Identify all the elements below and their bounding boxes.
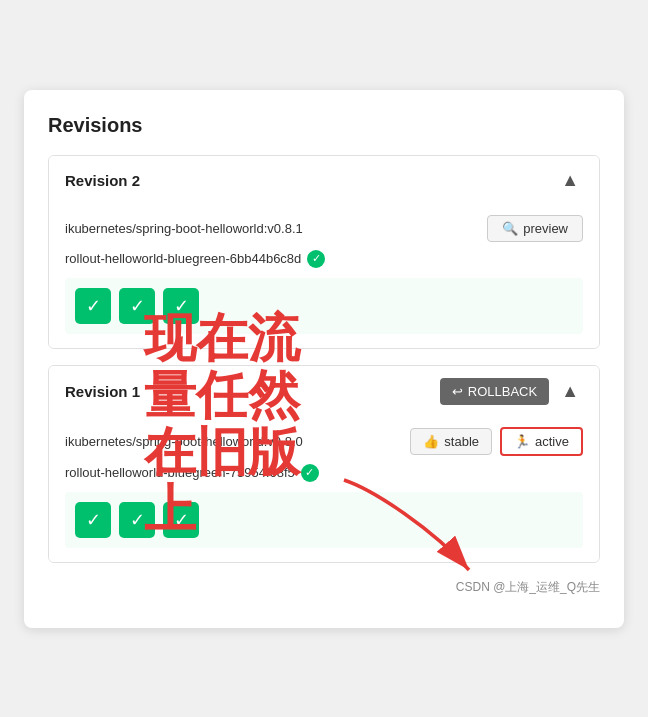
active-label: active [535,434,569,449]
revision-2-image-row: ikubernetes/spring-boot-helloworld:v0.8.… [65,215,583,242]
revision-2-rollout-name: rollout-helloworld-bluegreen-6bb44b6c8d [65,251,301,266]
revision-1-checkbox-1: ✓ [75,502,111,538]
revision-1-rollout-name: rollout-helloworld-bluegreen-75954f68f5 [65,465,295,480]
revision-1-body: ikubernetes/spring-boot-helloworld:v0.8.… [49,417,599,562]
revision-1-checkboxes: ✓ ✓ ✓ [65,492,583,548]
revision-1-rollout-row: rollout-helloworld-bluegreen-75954f68f5 … [65,464,583,482]
search-icon: 🔍 [502,221,518,236]
revision-2-header: Revision 2 ▲ [49,156,599,205]
rollback-label: ROLLBACK [468,384,537,399]
revision-1-chevron[interactable]: ▲ [557,379,583,404]
revisions-card: Revisions Revision 2 ▲ ikubernetes/sprin… [24,90,624,628]
revision-2-title: Revision 2 [65,172,140,189]
revision-1-title: Revision 1 [65,383,140,400]
revision-1-block: Revision 1 ↩ ROLLBACK ▲ ikubernetes/spri… [48,365,600,563]
revision-2-actions: ▲ [557,168,583,193]
running-icon: 🏃 [514,434,530,449]
revision-2-checkbox-2: ✓ [119,288,155,324]
revision-2-body: ikubernetes/spring-boot-helloworld:v0.8.… [49,205,599,348]
revision-2-checkboxes: ✓ ✓ ✓ [65,278,583,334]
stable-label: stable [444,434,479,449]
revision-1-header: Revision 1 ↩ ROLLBACK ▲ [49,366,599,417]
stable-badge[interactable]: 👍 stable [410,428,492,455]
revision-2-status-icon: ✓ [307,250,325,268]
revision-1-checkbox-2: ✓ [119,502,155,538]
revision-2-block: Revision 2 ▲ ikubernetes/spring-boot-hel… [48,155,600,349]
revision-2-rollout-row: rollout-helloworld-bluegreen-6bb44b6c8d … [65,250,583,268]
revision-1-actions: ↩ ROLLBACK ▲ [440,378,583,405]
revision-1-checkbox-3: ✓ [163,502,199,538]
revision-2-checkbox-3: ✓ [163,288,199,324]
revision-1-badges: 👍 stable 🏃 active [410,427,583,456]
rollback-button[interactable]: ↩ ROLLBACK [440,378,549,405]
revision-2-image: ikubernetes/spring-boot-helloworld:v0.8.… [65,221,303,236]
revision-2-checkbox-1: ✓ [75,288,111,324]
revision-1-image-row: ikubernetes/spring-boot-helloworld:v0.8.… [65,427,583,456]
revision-1-image: ikubernetes/spring-boot-helloworld:v0.8.… [65,434,303,449]
revision-1-status-icon: ✓ [301,464,319,482]
preview-button[interactable]: 🔍 preview [487,215,583,242]
active-badge[interactable]: 🏃 active [500,427,583,456]
watermark: CSDN @上海_运维_Q先生 [48,579,600,596]
page-title: Revisions [48,114,600,137]
preview-label: preview [523,221,568,236]
revision-2-chevron[interactable]: ▲ [557,168,583,193]
thumbs-up-icon: 👍 [423,434,439,449]
rollback-icon: ↩ [452,384,463,399]
